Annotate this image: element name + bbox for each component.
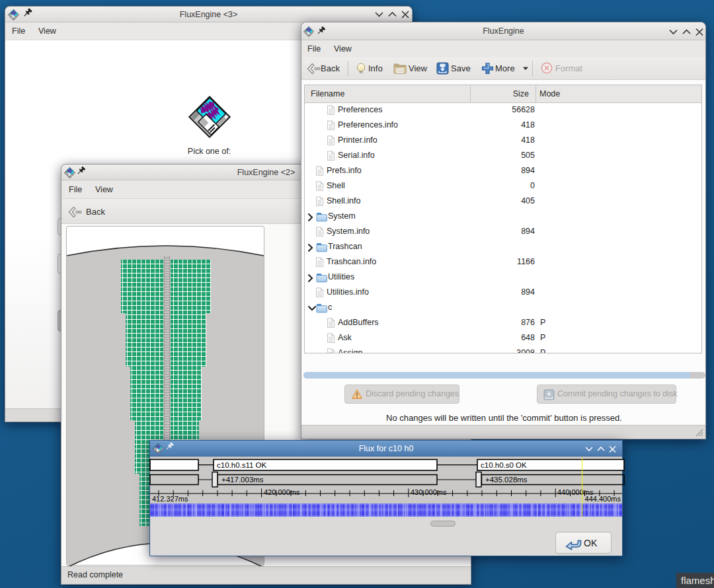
svg-text:420.000ms: 420.000ms — [264, 488, 300, 496]
svg-text:+417.003ms: +417.003ms — [221, 476, 264, 484]
svg-text:412.327ms: 412.327ms — [152, 495, 188, 503]
svg-text:430.000ms: 430.000ms — [411, 488, 447, 496]
svg-text:c10.h0.s0 OK: c10.h0.s0 OK — [481, 461, 527, 469]
svg-text:+435.028ms: +435.028ms — [485, 476, 528, 484]
svg-text:444.400ms: 444.400ms — [585, 495, 621, 503]
svg-text:c10.h0.s11 OK: c10.h0.s11 OK — [217, 461, 267, 469]
